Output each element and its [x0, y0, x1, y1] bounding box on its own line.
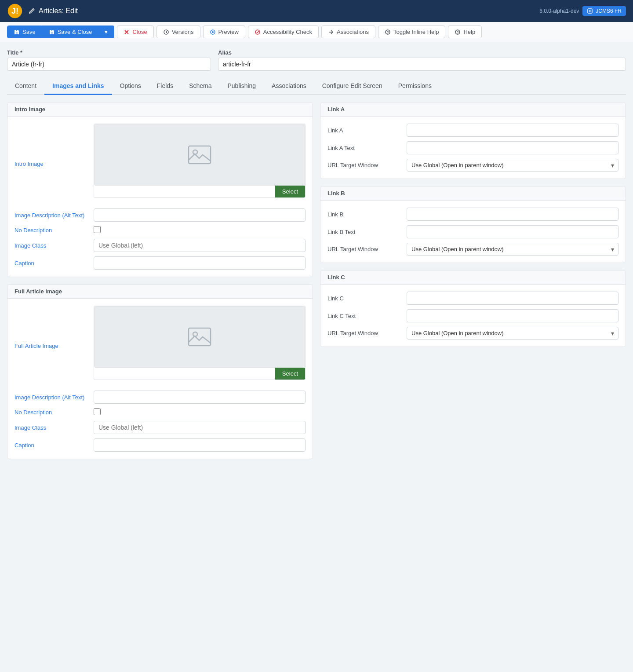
link-b-url-input[interactable]	[407, 208, 618, 221]
link-b-legend: Link B	[320, 186, 626, 201]
link-b-text-input[interactable]	[407, 225, 618, 238]
full-image-description-row: Image Description (Alt Text)	[15, 391, 306, 404]
intro-image-label: Intro Image	[15, 161, 94, 167]
link-b-target-control: Use Global (Open in parent window) Open …	[407, 243, 618, 256]
save-close-button[interactable]: Save & Close	[42, 26, 99, 38]
full-caption-input[interactable]	[94, 438, 306, 452]
link-a-text-label: Link A Text	[327, 145, 407, 151]
toggle-inline-help-button[interactable]: ? Toggle Inline Help	[378, 26, 445, 38]
intro-image-legend: Intro Image	[7, 102, 313, 117]
intro-no-description-row: No Description	[15, 226, 306, 234]
page-title: Articles: Edit	[28, 7, 78, 15]
title-input[interactable]	[7, 58, 211, 71]
full-article-image-panel: Full Article Image Full Article Image	[7, 284, 313, 459]
left-column: Intro Image Intro Image	[7, 102, 313, 459]
link-c-url-input[interactable]	[407, 292, 618, 305]
link-c-url-label: Link C	[327, 295, 407, 302]
intro-image-class-row: Image Class	[15, 239, 306, 252]
link-b-url-label: Link B	[327, 211, 407, 218]
tab-configure-edit[interactable]: Configure Edit Screen	[314, 78, 390, 95]
full-article-image-btn-wrapper: Select	[94, 368, 306, 380]
intro-caption-input[interactable]	[94, 256, 306, 270]
full-article-image-control: Select	[94, 306, 306, 386]
svg-text:?: ?	[387, 30, 389, 35]
jcms-badge[interactable]: JCMS6 FR	[582, 6, 626, 16]
full-article-image-panel-body: Full Article Image	[7, 299, 313, 459]
link-b-target-select[interactable]: Use Global (Open in parent window) Open …	[407, 243, 618, 256]
link-c-target-select[interactable]: Use Global (Open in parent window) Open …	[407, 327, 618, 340]
svg-rect-13	[189, 328, 211, 346]
full-article-image-placeholder	[94, 306, 305, 368]
svg-point-5	[212, 31, 214, 33]
tab-images-links[interactable]: Images and Links	[44, 78, 112, 95]
link-b-text-label: Link B Text	[327, 229, 407, 235]
accessibility-check-button[interactable]: Accessibility Check	[248, 26, 319, 38]
preview-button[interactable]: Preview	[203, 26, 245, 38]
link-c-text-control	[407, 309, 618, 322]
intro-image-description-row: Image Description (Alt Text)	[15, 208, 306, 222]
full-image-class-control	[94, 421, 306, 434]
intro-image-description-input[interactable]	[94, 208, 306, 222]
save-dropdown-button[interactable]: ▾	[98, 26, 114, 38]
header-left: J! Articles: Edit	[7, 3, 78, 19]
save-button-group: Save Save & Close ▾	[7, 26, 114, 38]
link-a-url-input[interactable]	[407, 124, 618, 137]
full-article-image-select-button[interactable]: Select	[275, 368, 305, 380]
tab-schema[interactable]: Schema	[181, 78, 219, 95]
intro-image-url-input[interactable]	[94, 186, 275, 197]
tab-associations[interactable]: Associations	[264, 78, 314, 95]
associations-button[interactable]: Associations	[321, 26, 375, 38]
link-a-legend: Link A	[320, 102, 626, 117]
header: J! Articles: Edit 6.0.0-alpha1-dev JCMS6…	[0, 0, 633, 22]
tabs: Content Images and Links Options Fields …	[7, 78, 626, 95]
full-image-class-input[interactable]	[94, 421, 306, 434]
intro-image-panel: Intro Image Intro Image	[7, 102, 313, 277]
help-button[interactable]: ? Help	[448, 26, 482, 38]
link-a-panel: Link A Link A Link A Text	[320, 102, 626, 179]
full-no-description-label: No Description	[15, 409, 94, 416]
link-a-text-input[interactable]	[407, 141, 618, 154]
full-image-description-input[interactable]	[94, 391, 306, 404]
link-c-panel: Link C Link C Link C Text	[320, 270, 626, 347]
full-no-description-checkbox[interactable]	[94, 408, 101, 415]
link-a-target-label: URL Target Window	[327, 162, 407, 168]
alias-input[interactable]	[218, 58, 626, 71]
intro-image-class-control	[94, 239, 306, 252]
link-c-legend: Link C	[320, 270, 626, 285]
title-alias-row: Title * Alias	[7, 49, 626, 71]
svg-rect-11	[189, 146, 211, 164]
intro-caption-row: Caption	[15, 256, 306, 270]
intro-image-select-button[interactable]: Select	[275, 186, 305, 197]
joomla-logo[interactable]: J!	[7, 3, 23, 19]
intro-image-description-control	[94, 208, 306, 222]
link-c-target-row: URL Target Window Use Global (Open in pa…	[327, 327, 618, 340]
close-button[interactable]: Close	[117, 26, 153, 38]
full-caption-row: Caption	[15, 438, 306, 452]
intro-image-class-label: Image Class	[15, 242, 94, 249]
svg-text:?: ?	[457, 30, 459, 35]
tab-fields[interactable]: Fields	[149, 78, 181, 95]
intro-no-description-checkbox[interactable]	[94, 226, 101, 233]
alias-label: Alias	[218, 49, 626, 56]
save-button[interactable]: Save	[7, 26, 42, 38]
intro-caption-control	[94, 256, 306, 270]
main-content: Title * Alias Content Images and Links O…	[0, 42, 633, 466]
tab-publishing[interactable]: Publishing	[220, 78, 264, 95]
full-image-description-label: Image Description (Alt Text)	[15, 394, 94, 401]
tab-permissions[interactable]: Permissions	[390, 78, 440, 95]
right-column: Link A Link A Link A Text	[320, 102, 626, 459]
tab-content[interactable]: Content	[7, 78, 44, 95]
link-c-text-input[interactable]	[407, 309, 618, 322]
full-article-image-field-row: Full Article Image	[15, 306, 306, 386]
link-b-panel-body: Link B Link B Text URL Target Window	[320, 201, 626, 263]
full-image-class-label: Image Class	[15, 424, 94, 431]
link-b-url-control	[407, 208, 618, 221]
link-b-panel: Link B Link B Link B Text	[320, 186, 626, 263]
tab-options[interactable]: Options	[112, 78, 149, 95]
versions-button[interactable]: Versions	[156, 26, 200, 38]
intro-image-class-input[interactable]	[94, 239, 306, 252]
link-b-text-control	[407, 225, 618, 238]
link-a-target-select[interactable]: Use Global (Open in parent window) Open …	[407, 159, 618, 172]
full-article-image-url-input[interactable]	[94, 368, 275, 380]
header-right: 6.0.0-alpha1-dev JCMS6 FR	[539, 6, 626, 16]
